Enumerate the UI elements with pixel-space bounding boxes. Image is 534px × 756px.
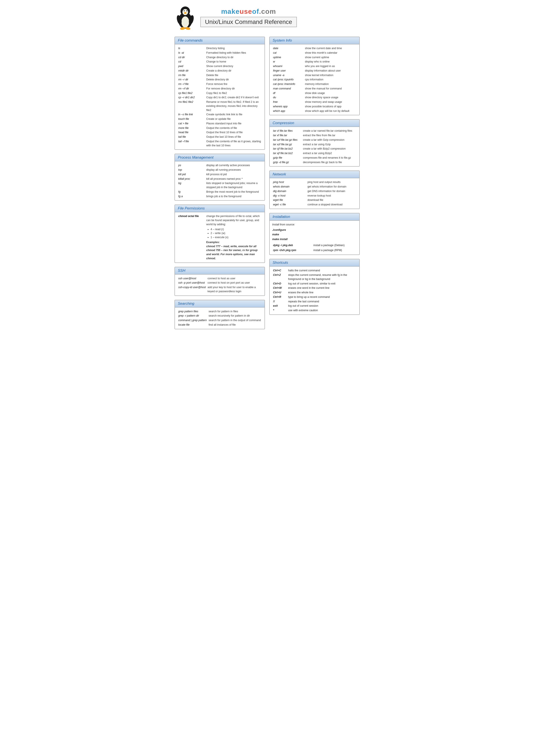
table-row: Ctrl+Chalts the current command [272,268,357,273]
desc-cell: add your key to host for user to enable … [207,285,262,294]
brand-of: of [252,8,259,15]
desc-cell: Create symbolic link link to file [206,112,262,117]
desc-cell: Output the contents of file [206,126,262,130]
svg-point-1 [181,16,189,28]
desc-cell: compresses file and renames it to file.g… [302,156,357,160]
cmd-cell: tar czf file.tar.gz files [272,138,302,142]
desc-cell: halts the current command [287,268,357,273]
network-table: ping hostping host and output resultswho… [272,180,357,207]
desc-cell: show kernel information [304,73,357,78]
table-row: dateshow the current date and time [272,46,357,51]
table-row: tar cjf file.tar.bz2create a tar with Bz… [272,147,357,151]
table-row: tar xjf file.tar.bz2extract a tar using … [272,151,357,156]
table-row: Ctrl+Uerases the whole line [272,290,357,295]
table-row: tar cf file.tar filescreate a tar named … [272,129,357,133]
desc-cell: Output the contents of file as it grows,… [206,139,262,148]
table-row: gzip filecompresses file and renames it … [272,156,357,160]
desc-cell: extract a tar using Bzip2 [302,151,357,156]
cmd-cell: ls -al [177,51,206,55]
table-row: ping hostping host and output results [272,180,357,184]
table-row: fg abrings job a to the foreground [177,194,262,199]
cmd-cell: tar xzf file.tar.gz [272,142,302,147]
table-row: topdisplay all running processes [177,168,262,172]
cmd-cell: ping host [272,180,307,184]
table-row: tar xzf file.tar.gzextract a tar using G… [272,142,357,147]
ssh-body: ssh user@hostconnect to host as userssh … [175,275,265,295]
ssh-table: ssh user@hostconnect to host as userssh … [177,276,262,294]
chmod-cmd: chmod octal file [177,214,206,260]
cmd-cell: ln –s file link [177,112,206,117]
desc-cell: Create a directory dir [206,68,262,73]
desc-cell: who you are logged in as [304,64,357,68]
desc-cell: get DNS information for domain [307,189,357,194]
desc-cell: Change directory to dir [206,55,262,60]
desc-cell: Directory listing [206,46,262,51]
desc-cell: Delete file [206,73,262,78]
cmd-cell: ssh -p port user@host [177,281,207,285]
cmd-cell: man command [272,86,304,91]
desc-cell: Change to home [206,60,262,64]
desc-cell: Formatted listing with hidden files [206,51,262,55]
table-row: cp –r dir1 dir2Copy dir1 to dir2; create… [177,95,262,100]
table-row: cat /proc /cpuinfocpu information [272,77,357,82]
table-row: touch fileCreate or update file [177,117,262,121]
desc-cell: Show current directory [206,64,262,68]
cmd-cell: mv file1 file2 [177,100,206,112]
desc-cell: search for pattern in the output of comm… [208,318,262,323]
cmd-cell: rm file [177,73,206,78]
cmd-cell: cat /proc /meminfo [272,82,304,86]
table-row: exitlog out of current session [272,304,357,308]
cmd-cell: grep -r pattern dir [177,313,208,318]
table-row: head fileOutput the firest 10 lines of f… [177,130,262,135]
table-row: chmod octal file change the permissions … [177,214,262,260]
desc-cell: stops the current command, resume with f… [287,273,357,282]
cmd-cell: mkdir dir [177,68,206,73]
list-item: 1 – execute (x) [211,235,261,239]
table-row: Ctrl+Dlog out of current session, simila… [272,282,357,286]
table-row: whois domainget whois information for do… [272,184,357,189]
desc-cell: erases the whole line [287,290,357,295]
cmd-cell: Ctrl+Z [272,273,287,282]
table-row: ls -alFormatted listing with hidden file… [177,51,262,55]
cmd-cell: cp file1 file2 [177,91,206,95]
cmd-cell: Ctrl+R [272,295,287,299]
desc-cell: download file [307,198,357,202]
desc-cell: display all currently active processes [206,163,262,168]
table-row: dpkg -i pkg.debinstall a package (Debian… [272,243,357,248]
desc-cell: type to bring up a recent command [287,295,357,299]
cmd-cell: Ctrl+U [272,290,287,295]
svg-point-8 [184,11,184,11]
table-row: mv file1 file2Rename or move file1 to fi… [177,100,262,112]
desc-cell: Brings the most recent job to the foregr… [206,190,262,194]
table-row: rm –r dirDelete directory dir [177,77,262,82]
desc-cell: create a tar with Gzip compression [302,138,357,142]
table-row: killall prockill all processes named pro… [177,177,262,181]
install-source-cmd: ./configure [272,228,357,232]
cmd-cell: free [272,100,304,104]
table-row: command | grep patternsearch for pattern… [177,318,262,323]
cmd-cell: command | grep pattern [177,318,208,323]
cmd-cell: dpkg -i pkg.deb [272,243,313,248]
table-row: whoamiwho you are logged in as [272,64,357,68]
cmd-cell: wget file [272,198,307,202]
install-source-cmd: make install [272,237,357,242]
desc-cell: lists stopped or background jobs; resume… [206,181,262,190]
compression-table: tar cf file.tar filescreate a tar named … [272,129,357,164]
shortcuts-title: Shortcuts [270,259,359,267]
table-row: wget filedownload file [272,198,357,202]
file-commands-section: File commands lsDirectory listingls -alF… [174,37,265,150]
cmd-cell: finger user [272,68,304,73]
cmd-cell: ssh-copy-id user@host [177,285,207,294]
ssh-title: SSH [175,267,265,275]
desc-cell: connect to host as user [207,276,262,281]
desc-cell: kill process id pid [206,172,262,177]
logo-area [174,4,196,30]
desc-cell: decompresses file.gz back to file [302,160,357,165]
table-row: Ctrl+Zstops the current command, resume … [272,273,357,282]
source-cmds-list: ./configuremakemake install [272,228,357,242]
desc-cell: extract a tar using Gzip [302,142,357,147]
desc-cell: search for pattern in files [208,309,262,314]
cmd-cell: cat > file [177,121,206,126]
cmd-cell: dig domain [272,189,307,194]
searching-table: grep pattern filessearch for pattern in … [177,309,262,327]
